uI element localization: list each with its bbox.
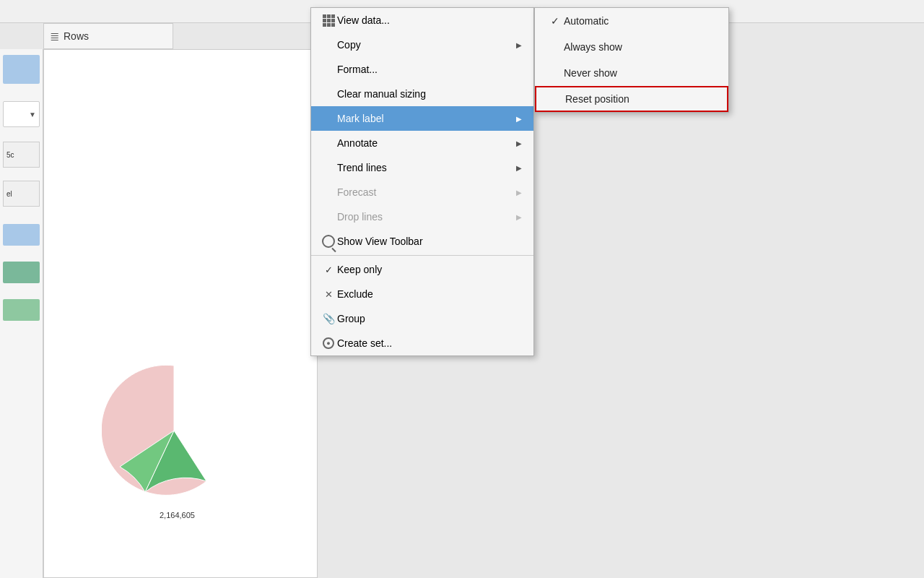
context-menu: View data... Copy ▶ Format... Clear manu…: [310, 7, 534, 356]
sidebar-item-4: [3, 299, 40, 321]
submenu-label-reset-position: Reset position: [565, 93, 715, 105]
sidebar-text-2: el: [3, 181, 40, 207]
submenu-item-reset-position[interactable]: Reset position: [535, 86, 728, 112]
menu-item-keep-only[interactable]: ✓ Keep only: [311, 257, 533, 282]
menu-divider-1: [311, 255, 533, 256]
menu-label-show-view-toolbar: Show View Toolbar: [337, 236, 522, 247]
menu-label-exclude: Exclude: [337, 288, 522, 300]
pie-chart-label: 2,164,605: [160, 511, 195, 519]
sidebar-item-2: [3, 224, 40, 246]
menu-item-show-view-toolbar[interactable]: Show View Toolbar: [311, 229, 533, 254]
exclude-icon: ✕: [320, 289, 337, 300]
left-sidebar: ▼ 5c el: [0, 49, 43, 578]
keep-only-icon: ✓: [320, 264, 337, 275]
copy-arrow: ▶: [516, 41, 522, 49]
submenu-item-always-show[interactable]: Always show: [535, 34, 728, 60]
menu-label-trend-lines: Trend lines: [337, 162, 516, 173]
menu-label-clear-sizing: Clear manual sizing: [337, 88, 522, 100]
forecast-arrow: ▶: [516, 189, 522, 197]
menu-label-copy: Copy: [337, 39, 516, 51]
annotate-arrow: ▶: [516, 139, 522, 147]
menu-label-format: Format...: [337, 64, 522, 75]
menu-item-forecast: Forecast ▶: [311, 180, 533, 204]
submenu-label-always-show: Always show: [564, 41, 717, 53]
rows-icon: ≣: [50, 30, 59, 43]
menu-item-clear-sizing[interactable]: Clear manual sizing: [311, 82, 533, 106]
menu-label-mark-label: Mark label: [337, 113, 516, 124]
group-icon: 📎: [320, 313, 337, 324]
menu-item-view-data[interactable]: View data...: [311, 8, 533, 33]
menu-item-create-set[interactable]: ● Create set...: [311, 331, 533, 355]
mark-label-arrow: ▶: [516, 115, 522, 123]
rows-text: Rows: [64, 30, 89, 42]
magnifier-icon: [320, 235, 337, 248]
submenu-label-never-show: Never show: [564, 67, 717, 79]
sidebar-text-1: 5c: [3, 142, 40, 168]
menu-item-exclude[interactable]: ✕ Exclude: [311, 282, 533, 306]
menu-item-format[interactable]: Format...: [311, 57, 533, 82]
automatic-check: ✓: [546, 15, 564, 27]
menu-item-mark-label[interactable]: Mark label ▶: [311, 106, 533, 131]
menu-item-group[interactable]: 📎 Group: [311, 306, 533, 331]
rows-label-bar: ≣ Rows: [43, 23, 173, 49]
grid-icon: [320, 14, 337, 27]
submenu-label-automatic: Automatic: [564, 15, 717, 27]
menu-label-view-data: View data...: [337, 14, 522, 26]
menu-label-forecast: Forecast: [337, 186, 516, 198]
chart-area: 2,164,605: [43, 49, 318, 578]
sidebar-item-1: [3, 55, 40, 84]
menu-label-create-set: Create set...: [337, 337, 522, 349]
menu-item-trend-lines[interactable]: Trend lines ▶: [311, 155, 533, 180]
menu-item-annotate[interactable]: Annotate ▶: [311, 131, 533, 155]
pie-chart-svg: [102, 358, 246, 503]
pie-chart-container: 2,164,605: [102, 358, 246, 505]
menu-item-drop-lines: Drop lines ▶: [311, 204, 533, 229]
submenu-item-automatic[interactable]: ✓ Automatic: [535, 8, 728, 34]
menu-label-keep-only: Keep only: [337, 264, 522, 275]
drop-lines-arrow: ▶: [516, 213, 522, 221]
sidebar-item-3: [3, 262, 40, 283]
submenu-mark-label: ✓ Automatic Always show Never show Reset…: [534, 7, 729, 113]
submenu-item-never-show[interactable]: Never show: [535, 60, 728, 86]
sidebar-dropdown[interactable]: ▼: [3, 101, 40, 127]
menu-label-drop-lines: Drop lines: [337, 211, 516, 223]
menu-label-group: Group: [337, 313, 522, 324]
trend-lines-arrow: ▶: [516, 164, 522, 172]
menu-label-annotate: Annotate: [337, 137, 516, 149]
create-set-icon: ●: [320, 337, 337, 349]
menu-item-copy[interactable]: Copy ▶: [311, 33, 533, 57]
